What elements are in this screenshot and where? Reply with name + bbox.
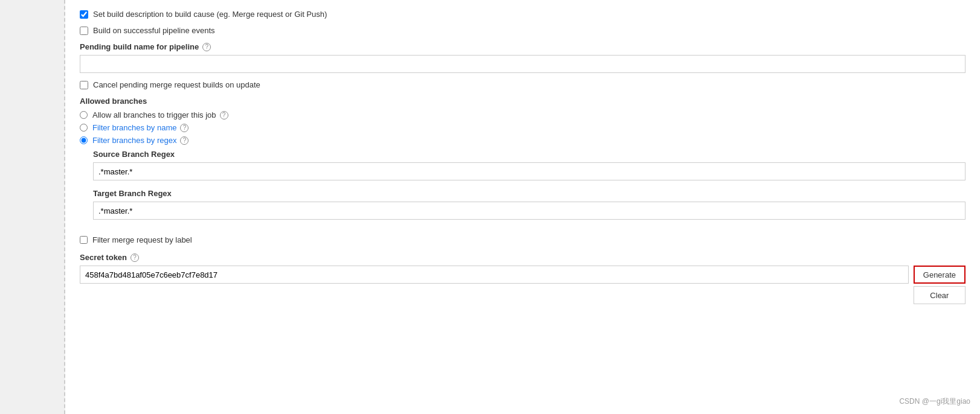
filter-merge-label[interactable]: Filter merge request by label xyxy=(92,235,192,244)
pending-build-help-icon[interactable]: ? xyxy=(202,43,211,51)
watermark: CSDN @一gi我里giao xyxy=(899,396,970,407)
radio-all-help-icon[interactable]: ? xyxy=(220,111,228,119)
radio-regex-label[interactable]: Filter branches by regex xyxy=(92,136,176,145)
radio-all-branches[interactable] xyxy=(80,111,88,119)
pending-build-label: Pending build name for pipeline xyxy=(80,42,199,51)
radio-filter-regex[interactable] xyxy=(80,136,88,144)
build-description-checkbox[interactable] xyxy=(80,10,88,19)
secret-token-section: Secret token ? Generate Clear xyxy=(80,253,965,304)
pending-build-input[interactable] xyxy=(80,55,965,73)
pending-build-label-row: Pending build name for pipeline ? xyxy=(80,42,965,51)
radio-all-row: Allow all branches to trigger this job ? xyxy=(80,110,965,119)
left-sidebar xyxy=(0,0,65,414)
secret-token-label: Secret token xyxy=(80,253,127,262)
radio-regex-row: Filter branches by regex ? xyxy=(80,136,965,145)
cancel-pending-row: Cancel pending merge request builds on u… xyxy=(80,80,965,89)
build-pipeline-row: Build on successful pipeline events xyxy=(80,26,965,35)
secret-token-input[interactable] xyxy=(80,266,909,284)
target-branch-regex-input[interactable] xyxy=(93,202,965,220)
generate-button[interactable]: Generate xyxy=(914,266,965,284)
cancel-pending-label[interactable]: Cancel pending merge request builds on u… xyxy=(93,80,260,89)
filter-merge-checkbox[interactable] xyxy=(80,236,88,244)
secret-token-label-row: Secret token ? xyxy=(80,253,965,262)
build-pipeline-checkbox[interactable] xyxy=(80,27,88,35)
filter-merge-row: Filter merge request by label xyxy=(80,235,965,244)
main-content: Set build description to build cause (eg… xyxy=(65,0,980,414)
build-description-row: Set build description to build cause (eg… xyxy=(80,10,965,19)
allowed-branches-title: Allowed branches xyxy=(80,97,965,106)
build-pipeline-label[interactable]: Build on successful pipeline events xyxy=(93,26,215,35)
radio-all-label[interactable]: Allow all branches to trigger this job xyxy=(92,110,216,119)
pending-build-section: Pending build name for pipeline ? xyxy=(80,42,965,73)
target-branch-regex-label: Target Branch Regex xyxy=(93,189,965,198)
source-branch-regex-input[interactable] xyxy=(93,162,965,180)
radio-name-row: Filter branches by name ? xyxy=(80,123,965,132)
secret-token-buttons: Generate Clear xyxy=(914,266,965,304)
radio-name-help-icon[interactable]: ? xyxy=(180,124,189,132)
radio-filter-name[interactable] xyxy=(80,124,88,132)
build-description-label[interactable]: Set build description to build cause (eg… xyxy=(93,10,327,19)
radio-regex-help-icon[interactable]: ? xyxy=(180,136,189,145)
source-branch-regex-section: Source Branch Regex Target Branch Regex xyxy=(93,150,965,228)
allowed-branches-section: Allowed branches Allow all branches to t… xyxy=(80,97,965,228)
secret-token-help-icon[interactable]: ? xyxy=(131,253,139,262)
clear-button[interactable]: Clear xyxy=(914,286,965,304)
cancel-pending-checkbox[interactable] xyxy=(80,81,88,89)
source-branch-regex-label: Source Branch Regex xyxy=(93,150,965,159)
radio-name-label[interactable]: Filter branches by name xyxy=(92,123,176,132)
secret-token-field-wrap: Generate Clear xyxy=(80,266,965,304)
